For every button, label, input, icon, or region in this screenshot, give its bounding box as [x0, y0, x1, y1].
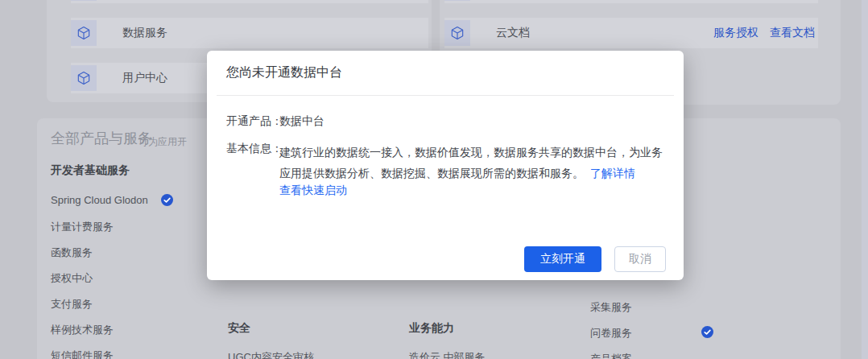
service-row-partial [444, 0, 818, 3]
product-item[interactable]: 计量计费服务 [51, 220, 114, 234]
info-text: 建筑行业的数据统一接入，数据价值发现，数据服务共享的数据中台，为业务应用提供数据… [279, 142, 668, 184]
service-row-data-service[interactable]: 数据服务 [71, 18, 428, 48]
scrollbar-track[interactable] [862, 0, 868, 359]
section-header-dev-basic: 开发者基础服务 [51, 163, 130, 178]
product-item[interactable]: 授权中心 [51, 271, 93, 286]
cancel-button[interactable]: 取消 [614, 246, 666, 272]
cube-icon [444, 20, 470, 46]
learn-more-link[interactable]: 了解详情 [590, 167, 635, 180]
activate-data-platform-dialog: 您尚未开通数据中台 开通产品： 数据中台 基本信息： 建筑行业的数据统一接入，数… [207, 51, 684, 280]
service-row-label: 数据服务 [122, 26, 167, 40]
cube-icon [71, 65, 97, 91]
product-item[interactable]: 产品档案 [590, 352, 632, 359]
product-item[interactable]: 问卷服务 [590, 326, 632, 340]
section-header-business: 业务能力 [409, 321, 454, 336]
product-item[interactable]: UGC内容安全审核 [228, 350, 314, 359]
activate-now-button[interactable]: 立刻开通 [524, 246, 601, 272]
product-item-spring-cloud[interactable]: Spring Cloud Glodon [51, 194, 148, 206]
quickstart-link[interactable]: 查看快速启动 [279, 184, 347, 198]
info-label: 基本信息： [226, 142, 283, 156]
check-icon [701, 326, 713, 338]
product-item[interactable]: 造价云 中部服务 [409, 350, 486, 359]
service-row-label: 云文档 [496, 26, 530, 40]
product-item[interactable]: 短信邮件服务 [51, 349, 114, 359]
product-value: 数据中台 [279, 114, 324, 129]
product-item[interactable]: 采集服务 [590, 300, 632, 315]
check-icon [161, 194, 173, 206]
cube-icon [71, 0, 97, 1]
product-item[interactable]: 函数服务 [51, 246, 93, 260]
section-header-security: 安全 [228, 321, 250, 336]
view-docs-link[interactable]: 查看文档 [770, 26, 815, 40]
cube-icon [71, 20, 97, 46]
service-row-cloud-docs[interactable]: 云文档 服务授权 查看文档 [444, 18, 818, 48]
dialog-divider [217, 95, 674, 96]
panel-subtitle: 可为应用开 [138, 135, 187, 149]
panel-title: 全部产品与服务 [51, 129, 152, 148]
product-item[interactable]: 支付服务 [51, 297, 93, 312]
service-auth-link[interactable]: 服务授权 [713, 26, 758, 40]
dialog-title: 您尚未开通数据中台 [226, 64, 342, 81]
product-label: 开通产品： [226, 114, 283, 129]
service-row-partial [71, 0, 428, 3]
service-row-label: 用户中心 [122, 71, 167, 85]
product-item[interactable]: 样例技术服务 [51, 323, 114, 337]
cube-icon [444, 0, 470, 1]
